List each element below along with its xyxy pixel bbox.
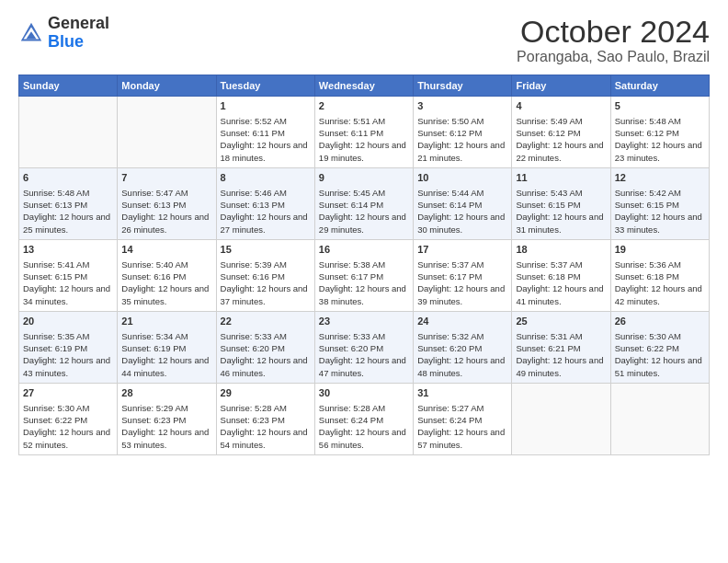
- sunrise-text: Sunrise: 5:52 AM: [221, 116, 287, 126]
- day-number: 27: [23, 386, 113, 400]
- sunrise-text: Sunrise: 5:51 AM: [319, 116, 385, 126]
- calendar-week-5: 27Sunrise: 5:30 AMSunset: 6:22 PMDayligh…: [19, 384, 710, 455]
- daylight-text: Daylight: 12 hours and 18 minutes.: [221, 140, 308, 162]
- sunset-text: Sunset: 6:16 PM: [121, 271, 186, 282]
- sunset-text: Sunset: 6:16 PM: [221, 271, 285, 282]
- daylight-text: Daylight: 12 hours and 48 minutes.: [417, 355, 505, 377]
- daylight-text: Daylight: 12 hours and 27 minutes.: [221, 212, 308, 234]
- sunset-text: Sunset: 6:19 PM: [121, 343, 186, 353]
- day-number: 21: [121, 315, 211, 328]
- calendar-cell: 10Sunrise: 5:44 AMSunset: 6:14 PMDayligh…: [414, 168, 512, 240]
- sunset-text: Sunset: 6:22 PM: [615, 343, 679, 353]
- daylight-text: Daylight: 12 hours and 39 minutes.: [417, 283, 505, 305]
- sunset-text: Sunset: 6:20 PM: [221, 343, 285, 353]
- calendar-cell: 19Sunrise: 5:36 AMSunset: 6:18 PMDayligh…: [610, 240, 709, 312]
- sunset-text: Sunset: 6:18 PM: [516, 271, 580, 282]
- calendar-cell: 29Sunrise: 5:28 AMSunset: 6:23 PMDayligh…: [216, 384, 314, 455]
- sunset-text: Sunset: 6:20 PM: [319, 343, 383, 353]
- day-number: 4: [516, 99, 606, 113]
- sunrise-text: Sunrise: 5:36 AM: [615, 259, 681, 270]
- calendar-cell: 27Sunrise: 5:30 AMSunset: 6:22 PMDayligh…: [19, 384, 118, 455]
- sunrise-text: Sunrise: 5:40 AM: [121, 259, 188, 270]
- calendar-cell: [19, 97, 118, 168]
- calendar-week-2: 6Sunrise: 5:48 AMSunset: 6:13 PMDaylight…: [19, 168, 710, 240]
- daylight-text: Daylight: 12 hours and 57 minutes.: [417, 427, 505, 449]
- weekday-header-row: Sunday Monday Tuesday Wednesday Thursday…: [19, 75, 710, 97]
- logo-general: General: [48, 14, 109, 32]
- day-number: 20: [23, 315, 113, 328]
- daylight-text: Daylight: 12 hours and 31 minutes.: [516, 212, 603, 234]
- sunrise-text: Sunrise: 5:44 AM: [417, 188, 483, 198]
- sunset-text: Sunset: 6:11 PM: [319, 128, 383, 138]
- day-number: 31: [417, 386, 507, 400]
- day-number: 30: [319, 386, 409, 400]
- calendar-cell: 31Sunrise: 5:27 AMSunset: 6:24 PMDayligh…: [414, 384, 512, 455]
- sunrise-text: Sunrise: 5:46 AM: [221, 188, 287, 198]
- day-number: 1: [221, 99, 311, 113]
- daylight-text: Daylight: 12 hours and 56 minutes.: [319, 427, 406, 449]
- sunrise-text: Sunrise: 5:49 AM: [516, 116, 582, 126]
- sunset-text: Sunset: 6:13 PM: [221, 200, 285, 210]
- daylight-text: Daylight: 12 hours and 25 minutes.: [23, 212, 110, 234]
- daylight-text: Daylight: 12 hours and 41 minutes.: [516, 283, 603, 305]
- sunset-text: Sunset: 6:12 PM: [516, 128, 580, 138]
- calendar-cell: 3Sunrise: 5:50 AMSunset: 6:12 PMDaylight…: [414, 97, 512, 168]
- sunrise-text: Sunrise: 5:29 AM: [121, 403, 188, 413]
- calendar-cell: 17Sunrise: 5:37 AMSunset: 6:17 PMDayligh…: [414, 240, 512, 312]
- header-friday: Friday: [512, 75, 610, 97]
- sunrise-text: Sunrise: 5:37 AM: [516, 259, 582, 270]
- calendar-cell: 12Sunrise: 5:42 AMSunset: 6:15 PMDayligh…: [610, 168, 709, 240]
- calendar-cell: 20Sunrise: 5:35 AMSunset: 6:19 PMDayligh…: [19, 312, 118, 384]
- header-sunday: Sunday: [19, 75, 118, 97]
- sunrise-text: Sunrise: 5:48 AM: [615, 116, 681, 126]
- day-number: 22: [221, 315, 311, 328]
- sunrise-text: Sunrise: 5:41 AM: [23, 259, 89, 270]
- day-number: 25: [516, 315, 606, 328]
- daylight-text: Daylight: 12 hours and 34 minutes.: [23, 283, 110, 305]
- sunset-text: Sunset: 6:22 PM: [23, 415, 87, 425]
- calendar-cell: 22Sunrise: 5:33 AMSunset: 6:20 PMDayligh…: [216, 312, 314, 384]
- sunrise-text: Sunrise: 5:30 AM: [23, 403, 89, 413]
- sunset-text: Sunset: 6:20 PM: [417, 343, 482, 353]
- sunset-text: Sunset: 6:23 PM: [221, 415, 285, 425]
- calendar-cell: 5Sunrise: 5:48 AMSunset: 6:12 PMDaylight…: [610, 97, 709, 168]
- calendar-cell: 2Sunrise: 5:51 AMSunset: 6:11 PMDaylight…: [314, 97, 413, 168]
- day-number: 23: [319, 315, 409, 328]
- daylight-text: Daylight: 12 hours and 53 minutes.: [121, 427, 209, 449]
- sunrise-text: Sunrise: 5:34 AM: [121, 331, 188, 341]
- calendar-cell: 8Sunrise: 5:46 AMSunset: 6:13 PMDaylight…: [216, 168, 314, 240]
- daylight-text: Daylight: 12 hours and 29 minutes.: [319, 212, 406, 234]
- daylight-text: Daylight: 12 hours and 46 minutes.: [221, 355, 308, 377]
- sunset-text: Sunset: 6:15 PM: [516, 200, 580, 210]
- day-number: 29: [221, 386, 311, 400]
- sunset-text: Sunset: 6:19 PM: [23, 343, 87, 353]
- sunset-text: Sunset: 6:12 PM: [417, 128, 482, 138]
- daylight-text: Daylight: 12 hours and 49 minutes.: [516, 355, 603, 377]
- header-thursday: Thursday: [414, 75, 512, 97]
- calendar-cell: 26Sunrise: 5:30 AMSunset: 6:22 PMDayligh…: [610, 312, 709, 384]
- day-number: 24: [417, 315, 507, 328]
- calendar-cell: 16Sunrise: 5:38 AMSunset: 6:17 PMDayligh…: [314, 240, 413, 312]
- sunrise-text: Sunrise: 5:42 AM: [615, 188, 681, 198]
- sunset-text: Sunset: 6:14 PM: [319, 200, 383, 210]
- logo: General Blue: [18, 15, 109, 52]
- header-wednesday: Wednesday: [314, 75, 413, 97]
- day-number: 16: [319, 243, 409, 257]
- sunset-text: Sunset: 6:14 PM: [417, 200, 482, 210]
- calendar-cell: 11Sunrise: 5:43 AMSunset: 6:15 PMDayligh…: [512, 168, 610, 240]
- day-number: 9: [319, 171, 409, 185]
- header-saturday: Saturday: [610, 75, 709, 97]
- day-number: 3: [417, 99, 507, 113]
- day-number: 17: [417, 243, 507, 257]
- daylight-text: Daylight: 12 hours and 47 minutes.: [319, 355, 406, 377]
- calendar-cell: 30Sunrise: 5:28 AMSunset: 6:24 PMDayligh…: [314, 384, 413, 455]
- day-number: 10: [417, 171, 507, 185]
- calendar-cell: 14Sunrise: 5:40 AMSunset: 6:16 PMDayligh…: [118, 240, 216, 312]
- sunrise-text: Sunrise: 5:37 AM: [417, 259, 483, 270]
- sunset-text: Sunset: 6:24 PM: [319, 415, 383, 425]
- sunrise-text: Sunrise: 5:33 AM: [319, 331, 385, 341]
- calendar-cell: [610, 384, 709, 455]
- header-tuesday: Tuesday: [216, 75, 314, 97]
- day-number: 13: [23, 243, 113, 257]
- logo-blue: Blue: [48, 32, 84, 51]
